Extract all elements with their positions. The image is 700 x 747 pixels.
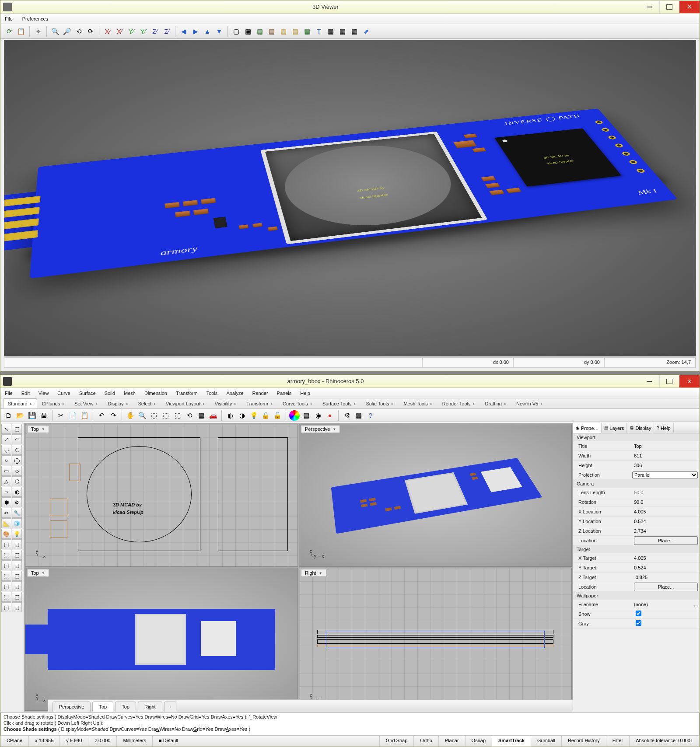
prop-height[interactable]: 306 [632, 463, 700, 468]
copy-icon[interactable]: 📋 [16, 26, 26, 37]
prop-z-location[interactable]: 2.734 [632, 528, 700, 534]
arrow-left-icon[interactable]: ◀ [178, 26, 189, 37]
status-[interactable]: ■ Default [153, 736, 380, 747]
titlebar-rhino[interactable]: armory_bbox - Rhinoceros 5.0 [0, 375, 700, 388]
tool-icon-27[interactable]: ⬚ [12, 560, 22, 570]
tool-icon-28[interactable]: ⬚ [1, 571, 11, 581]
add-viewport-tab[interactable]: + [164, 702, 176, 712]
prop-x-location[interactable]: 4.005 [632, 509, 700, 514]
layer-brown-icon[interactable]: ▤ [266, 26, 277, 37]
menu-view[interactable]: View [37, 390, 51, 397]
props-ic[interactable]: ◉ [313, 410, 323, 421]
viewport-right[interactable]: Right▼ z└─ y [299, 568, 572, 711]
menu-render[interactable]: Render [251, 390, 270, 397]
tool-icon-32[interactable]: ⬚ [1, 592, 11, 602]
minimize-button[interactable] [639, 1, 659, 13]
menu-analyze[interactable]: Analyze [224, 390, 245, 397]
menu-transform[interactable]: Transform [174, 390, 200, 397]
prop-show-checkbox[interactable] [636, 611, 641, 616]
menu-surface[interactable]: Surface [77, 390, 98, 397]
status-y[interactable]: y 9.940 [60, 736, 88, 747]
redo-icon[interactable]: ↷ [108, 410, 119, 421]
status-cplane[interactable]: CPlane [0, 736, 29, 747]
zoom-ext-icon[interactable]: ⬚ [149, 410, 159, 421]
text-icon[interactable]: T [314, 26, 324, 37]
tool-icon-26[interactable]: ⬚ [1, 560, 11, 570]
axis-y2-icon[interactable]: Y⁄ [138, 26, 148, 37]
menu-curve[interactable]: Curve [56, 390, 72, 397]
prop-width[interactable]: 611 [632, 453, 700, 458]
tab-curve-tools[interactable]: Curve Tools▸ [278, 398, 318, 408]
layer-gold2-icon[interactable]: ▤ [290, 26, 301, 37]
tool-icon-24[interactable]: ⬚ [1, 550, 11, 560]
view4-icon[interactable]: ▦ [196, 410, 206, 421]
misc1-icon[interactable]: ⚙ [342, 410, 352, 421]
tab-drafting[interactable]: Drafting▸ [480, 398, 511, 408]
tab-cplanes[interactable]: CPlanes▸ [37, 398, 70, 408]
tool-icon-10[interactable]: △ [1, 476, 11, 486]
copy-icon[interactable]: 📄 [67, 410, 78, 421]
tool-icon-11[interactable]: ⬠ [12, 476, 22, 486]
axis-z2-icon[interactable]: Z⁄ [161, 26, 172, 37]
tab-properties[interactable]: ◉ Prope… [573, 423, 602, 433]
axis-z-icon[interactable]: Z⁄ [150, 26, 160, 37]
menu-preferences[interactable]: Preferences [21, 15, 50, 22]
tool-icon-8[interactable]: ▭ [1, 466, 11, 476]
tool-icon-1[interactable]: ⬚ [12, 424, 22, 434]
close-button[interactable] [679, 1, 700, 13]
vp-title-bl[interactable]: Top▼ [27, 569, 49, 577]
tool-icon-2[interactable]: ⟋ [1, 434, 11, 444]
tool-icon-22[interactable]: ⬚ [1, 539, 11, 549]
status-absolute[interactable]: Absolute tolerance: 0.0001 [630, 736, 700, 747]
vp-title-tr[interactable]: Perspective▼ [301, 425, 340, 433]
tab-transform[interactable]: Transform▸ [242, 398, 278, 408]
tool-icon-14[interactable]: ⬢ [1, 497, 11, 507]
menu-dimension[interactable]: Dimension [143, 390, 169, 397]
tool-icon-21[interactable]: 💡 [12, 529, 22, 539]
tool-icon-35[interactable]: ⬚ [12, 602, 22, 612]
place-button-2[interactable]: Place... [634, 583, 698, 591]
lock-icon[interactable]: 🔒 [260, 410, 271, 421]
maximize-button[interactable] [659, 1, 679, 13]
maximize-button[interactable] [659, 375, 679, 387]
status-filter[interactable]: Filter [606, 736, 630, 747]
car-icon[interactable]: 🚗 [208, 410, 218, 421]
open-icon[interactable]: 📂 [15, 410, 25, 421]
tool-icon-6[interactable]: ○ [1, 455, 11, 465]
tab-standard[interactable]: Standard▸ [3, 398, 37, 408]
vp-title-tl[interactable]: Top▼ [27, 425, 49, 433]
new-icon[interactable]: 🗋 [3, 410, 14, 421]
layer-green-icon[interactable]: ▤ [255, 26, 265, 37]
viewport-tab-top-2[interactable]: Top [115, 702, 136, 712]
tool-icon-34[interactable]: ⬚ [1, 602, 11, 612]
tool-icon-9[interactable]: ◇ [12, 466, 22, 476]
command-input[interactable] [253, 726, 428, 732]
prop-y-location[interactable]: 0.524 [632, 519, 700, 524]
tool-icon-23[interactable]: ⬚ [12, 539, 22, 549]
titlebar[interactable]: 3D Viewer [0, 0, 700, 14]
ortho-icon[interactable]: ⬈ [361, 26, 371, 37]
status-gumball[interactable]: Gumball [531, 736, 562, 747]
layer-gold-icon[interactable]: ▤ [278, 26, 289, 37]
axis-y-icon[interactable]: Y⁄ [126, 26, 136, 37]
tool-icon-17[interactable]: 🔧 [12, 508, 22, 518]
render-icon[interactable]: ▦ [302, 26, 312, 37]
tab-set-view[interactable]: Set View▸ [70, 398, 103, 408]
tool-icon-12[interactable]: ▱ [1, 487, 11, 497]
tab-surface-tools[interactable]: Surface Tools▸ [318, 398, 361, 408]
status-ortho[interactable]: Ortho [414, 736, 439, 747]
tool-icon-15[interactable]: ⚙ [12, 497, 22, 507]
arrow-down-icon[interactable]: ▼ [214, 26, 224, 37]
tool-icon-16[interactable]: ✂ [1, 508, 11, 518]
command-line[interactable]: Choose Shade settings ( DisplayMode=Shad… [0, 712, 700, 735]
tool-icon-33[interactable]: ⬚ [12, 592, 22, 602]
tab-layers[interactable]: ▤ Layers [602, 423, 627, 433]
rotate-icon[interactable]: ⟲ [184, 410, 195, 421]
color-icon[interactable] [289, 410, 300, 421]
zoom-win-icon[interactable]: ⬚ [172, 410, 183, 421]
zoom-fit-icon[interactable]: ⟲ [74, 26, 84, 37]
prop-gray-checkbox[interactable] [636, 620, 641, 626]
viewport-top-left[interactable]: Top▼ 3D MCAD bykicad StepUp y└─ x [25, 424, 298, 567]
zoom-sel-icon[interactable]: ⬚ [161, 410, 171, 421]
tab-mesh-tools[interactable]: Mesh Tools▸ [399, 398, 437, 408]
